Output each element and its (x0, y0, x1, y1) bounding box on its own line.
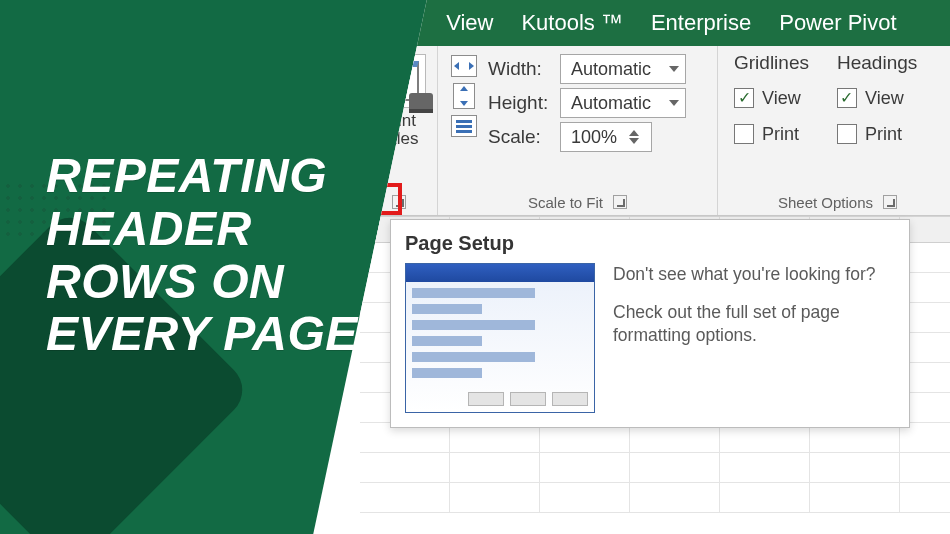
print-titles-label-2: Titles (379, 129, 419, 148)
height-icon (453, 83, 475, 109)
scale-value: 100% (571, 127, 617, 148)
tooltip-line-1: Don't see what you're looking for? (613, 263, 895, 287)
title-line: HEADER (46, 203, 358, 256)
gridlines-print-checkbox[interactable]: Print (734, 118, 799, 150)
height-value: Automatic (571, 93, 651, 114)
height-dropdown[interactable]: Automatic (560, 88, 686, 118)
title-line: EVERY PAGE (46, 308, 358, 361)
scale-to-fit-group-label: Scale to Fit (528, 194, 603, 211)
thumbnail-canvas: REPEATING HEADER ROWS ON EVERY PAGE ew V… (0, 0, 950, 534)
scale-spinner[interactable]: 100% (560, 122, 652, 152)
chevron-down-icon (669, 100, 679, 106)
tooltip-heading: Page Setup (405, 232, 895, 255)
tab-power-pivot[interactable]: Power Pivot (779, 10, 896, 36)
spin-up-icon (629, 130, 639, 136)
print-titles-label-1: Print (381, 111, 416, 130)
title-text: REPEATING HEADER ROWS ON EVERY PAGE (46, 150, 358, 361)
height-label: Height: (488, 92, 554, 114)
checkbox-icon (837, 124, 857, 144)
sheet-options-dialog-launcher[interactable] (883, 195, 897, 209)
spin-down-icon (629, 138, 639, 144)
tab-view[interactable]: View (446, 10, 493, 36)
scale-icon (451, 115, 477, 137)
checkbox-checked-icon (837, 88, 857, 108)
excel-screenshot-panel: ew View Kutools ™ Enterprise Power Pivot… (313, 0, 950, 534)
sheet-options-group-label: Sheet Options (778, 194, 873, 211)
width-label: Width: (488, 58, 554, 80)
headings-heading: Headings (837, 52, 917, 74)
chevron-down-icon (669, 66, 679, 72)
ribbon-body: Print Titles (360, 46, 950, 216)
print-titles-icon (372, 54, 426, 108)
page-setup-tooltip: Page Setup Don't see what you're looking… (390, 219, 910, 428)
scale-to-fit-dialog-launcher[interactable] (613, 195, 627, 209)
gridlines-heading: Gridlines (734, 52, 809, 74)
tooltip-preview-image (405, 263, 595, 413)
headings-view-checkbox[interactable]: View (837, 82, 904, 114)
worksheet-area: F (360, 216, 950, 526)
ribbon-tabs: ew View Kutools ™ Enterprise Power Pivot (360, 0, 950, 46)
print-titles-button[interactable]: Print Titles (370, 52, 427, 148)
tab-kutools[interactable]: Kutools ™ (521, 10, 623, 36)
scale-label: Scale: (488, 126, 554, 148)
headings-print-checkbox[interactable]: Print (837, 118, 902, 150)
checkbox-checked-icon (734, 88, 754, 108)
width-value: Automatic (571, 59, 651, 80)
title-line: ROWS ON (46, 256, 358, 309)
width-dropdown[interactable]: Automatic (560, 54, 686, 84)
width-icon (451, 55, 477, 77)
tab-review[interactable]: ew (390, 10, 418, 36)
tab-enterprise[interactable]: Enterprise (651, 10, 751, 36)
gridlines-view-checkbox[interactable]: View (734, 82, 801, 114)
tooltip-line-2: Check out the full set of page formattin… (613, 301, 895, 348)
checkbox-icon (734, 124, 754, 144)
title-line: REPEATING (46, 150, 358, 203)
page-setup-dialog-launcher[interactable] (392, 195, 406, 209)
